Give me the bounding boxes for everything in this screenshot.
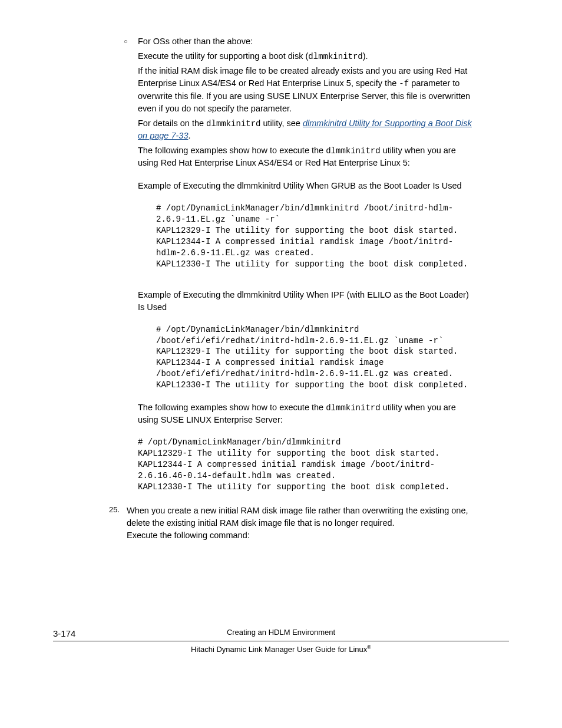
page-footer: 3-174 Creating an HDLM Environment Hitac… — [53, 627, 509, 655]
text: Hitachi Dynamic Link Manager User Guide … — [191, 645, 367, 654]
code-dlmmkinitrd: dlmmkinitrd — [326, 146, 380, 156]
bullet-list-item: ○ For OSs other than the above: — [124, 35, 509, 48]
paragraph-suse-intro: The following examples show how to execu… — [138, 401, 509, 426]
text-os-other: For OSs other than the above: — [138, 37, 253, 46]
text: The following examples show how to execu… — [138, 146, 326, 155]
paragraph-examples-intro: The following examples show how to execu… — [138, 144, 509, 169]
text: Execute the utility for supporting a boo… — [138, 51, 308, 61]
bullet-marker: ○ — [124, 35, 138, 48]
numbered-content: When you create a new initial RAM disk i… — [127, 505, 509, 529]
code-dlmmkinitrd: dlmmkinitrd — [308, 52, 362, 61]
paragraph-details: For details on the dlmmkinitrd utility, … — [138, 117, 509, 142]
example1-title: Example of Executing the dlmmkinitrd Uti… — [138, 180, 509, 192]
numbered-list-item-25: 25. When you create a new initial RAM di… — [109, 505, 509, 529]
example1-code-block: # /opt/DynamicLinkManager/bin/dlmmkinitr… — [156, 203, 474, 269]
text-step25: When you create a new initial RAM disk i… — [127, 506, 468, 528]
paragraph-execute: Execute the utility for supporting a boo… — [138, 50, 509, 62]
code-dlmmkinitrd: dlmmkinitrd — [326, 403, 380, 413]
bullet-content: For OSs other than the above: — [138, 35, 509, 48]
text: ). — [363, 51, 368, 61]
paragraph-ramdisk: If the initial RAM disk image file to be… — [138, 65, 509, 114]
code-dlmmkinitrd: dlmmkinitrd — [206, 119, 260, 129]
footer-doc-title: Hitachi Dynamic Link Manager User Guide … — [53, 644, 509, 655]
registered-mark: ® — [367, 644, 371, 650]
example2-code-block: # /opt/DynamicLinkManager/bin/dlmmkinitr… — [156, 324, 474, 391]
example3-code-block: # /opt/DynamicLinkManager/bin/dlmmkinitr… — [138, 437, 474, 492]
footer-divider — [53, 641, 509, 641]
text: The following examples show how to execu… — [138, 403, 326, 412]
paragraph-execute-cmd: Execute the following command: — [127, 529, 509, 542]
text: . — [188, 131, 190, 140]
numbered-marker: 25. — [109, 505, 127, 529]
text: utility, see — [261, 118, 303, 128]
page-number: 3-174 — [53, 627, 75, 640]
example2-title: Example of Executing the dlmmkinitrd Uti… — [138, 289, 509, 314]
code-f-param: -f — [399, 79, 409, 88]
text: For details on the — [138, 118, 206, 128]
footer-section-title: Creating an HDLM Environment — [53, 627, 509, 638]
